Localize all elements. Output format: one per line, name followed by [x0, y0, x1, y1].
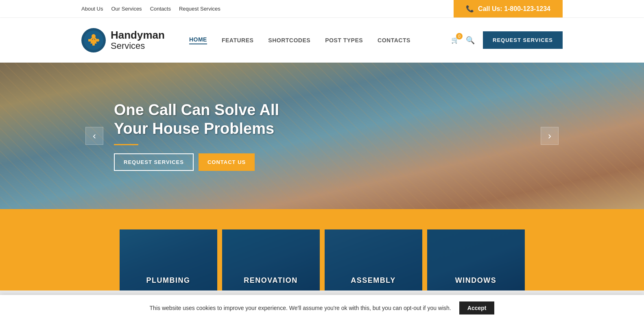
hero-buttons: REQUEST SERVICES CONTACT US [114, 153, 279, 171]
nav-features[interactable]: FEATURES [222, 37, 253, 44]
site-logo[interactable]: Handyman Services [81, 28, 165, 52]
svg-point-10 [92, 34, 96, 38]
hero-title: One Call Can Solve All Your House Proble… [114, 101, 279, 138]
phone-icon: 📞 [466, 5, 474, 13]
service-card-plumbing[interactable]: PLUMBING [120, 229, 217, 290]
top-link-about[interactable]: About Us [81, 6, 103, 12]
cart-badge: 0 [456, 33, 463, 39]
logo-tagline: Services [111, 41, 165, 51]
nav-shortcodes[interactable]: SHORTCODES [268, 37, 310, 44]
main-navigation: Handyman Services HOME FEATURES SHORTCOD… [0, 18, 644, 63]
nav-links: HOME FEATURES SHORTCODES POST TYPES CONT… [189, 36, 443, 44]
service-card-assembly[interactable]: ASSEMBLY [325, 229, 422, 290]
nav-post-types[interactable]: POST TYPES [325, 37, 363, 44]
request-services-button[interactable]: REQUEST SERVICES [483, 31, 563, 49]
nav-contacts[interactable]: CONTACTS [378, 37, 410, 44]
slider-prev-arrow[interactable]: ‹ [85, 127, 103, 145]
cart-icon[interactable]: 🛒 0 [451, 36, 459, 44]
top-links: About Us Our Services Contacts Request S… [81, 2, 220, 15]
service-label-assembly: ASSEMBLY [325, 271, 422, 290]
hero-content: One Call Can Solve All Your House Proble… [114, 101, 279, 170]
services-section: PLUMBING RENOVATION ASSEMBLY WINDOWS [0, 209, 644, 290]
service-label-windows: WINDOWS [427, 271, 525, 290]
service-card-windows[interactable]: WINDOWS [427, 229, 525, 290]
nav-home[interactable]: HOME [189, 36, 207, 44]
svg-rect-6 [88, 39, 91, 41]
logo-name: Handyman [111, 29, 165, 41]
top-bar: About Us Our Services Contacts Request S… [0, 0, 644, 18]
hero-contact-button[interactable]: CONTACT US [199, 153, 255, 171]
call-us-label: Call Us: 1-800-123-1234 [478, 5, 550, 13]
service-card-renovation[interactable]: RENOVATION [222, 229, 320, 290]
call-us-button[interactable]: 📞 Call Us: 1-800-123-1234 [454, 0, 563, 17]
top-link-contacts[interactable]: Contacts [150, 6, 171, 12]
hero-request-button[interactable]: REQUEST SERVICES [114, 153, 194, 171]
hero-divider [114, 144, 138, 145]
top-link-services[interactable]: Our Services [111, 6, 142, 12]
hero-slider: ‹ One Call Can Solve All Your House Prob… [0, 63, 644, 209]
search-icon[interactable]: 🔍 [466, 36, 475, 45]
top-link-request[interactable]: Request Services [179, 6, 220, 12]
services-wrapper: PLUMBING RENOVATION ASSEMBLY WINDOWS [0, 209, 644, 290]
service-label-renovation: RENOVATION [222, 271, 320, 290]
service-label-plumbing: PLUMBING [120, 271, 217, 290]
nav-icons: 🛒 0 🔍 [451, 36, 475, 45]
slider-next-arrow[interactable]: › [541, 127, 559, 145]
